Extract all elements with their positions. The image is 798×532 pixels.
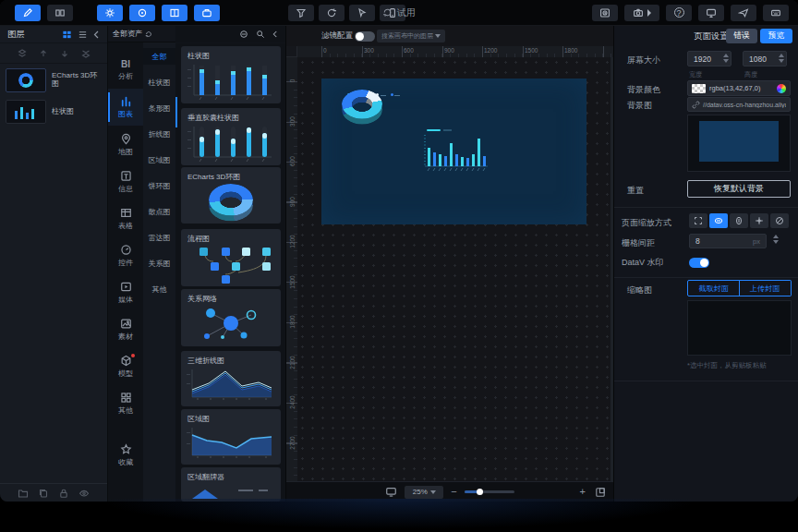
category-controls[interactable]: 控件	[108, 238, 143, 273]
help-button[interactable]: ?	[666, 5, 692, 21]
publish-button[interactable]	[129, 5, 155, 21]
folder-icon[interactable]	[18, 488, 29, 499]
category-models[interactable]: 模型	[108, 349, 143, 384]
sync-assets-icon[interactable]	[145, 30, 152, 38]
width-decrement[interactable]	[723, 59, 729, 63]
category-charts[interactable]: 图表	[108, 89, 143, 126]
subcategory-area[interactable]: 区域图	[143, 151, 175, 168]
subcategory-all[interactable]: 全部	[143, 48, 175, 65]
scale-mode-uniform-button[interactable]	[750, 213, 768, 228]
category-materials[interactable]: 素材	[108, 312, 143, 347]
screen-adapt-icon[interactable]	[385, 486, 397, 498]
collapse-left-icon[interactable]	[93, 30, 100, 39]
zoom-level-dropdown[interactable]: 25%	[405, 486, 443, 499]
layer-item-echarts-3d-ring[interactable]: ECharts 3D环图	[0, 65, 108, 96]
move-down-icon[interactable]	[59, 48, 70, 59]
history-button[interactable]	[592, 5, 618, 21]
edit-mode-button[interactable]	[15, 5, 41, 21]
move-bottom-icon[interactable]	[80, 48, 91, 59]
lock-icon[interactable]	[58, 488, 69, 499]
component-card-area-flipper[interactable]: 区域翻牌器	[181, 467, 281, 502]
pointer-settings-button[interactable]	[349, 5, 375, 21]
move-top-icon[interactable]	[17, 48, 28, 59]
capture-cover-button[interactable]: 截取封面	[687, 280, 740, 296]
category-media[interactable]: 媒体	[108, 275, 143, 310]
move-up-icon[interactable]	[38, 48, 49, 59]
snapshot-button[interactable]	[624, 5, 659, 21]
screen-height-field[interactable]	[743, 51, 787, 66]
dashboard-bar-chart[interactable]	[421, 129, 491, 172]
category-tables[interactable]: 表格	[108, 201, 143, 236]
category-maps[interactable]: 地图	[108, 127, 143, 163]
refresh-button[interactable]	[319, 5, 345, 21]
subcategory-pie[interactable]: 饼环图	[143, 177, 175, 194]
component-card-3d-line[interactable]: 三维折线图	[181, 351, 281, 406]
preview-button[interactable]: 预览	[760, 29, 792, 43]
dashboard-artboard[interactable]	[321, 79, 586, 224]
component-card-flow-chart[interactable]: 流程图	[181, 229, 281, 286]
scale-mode-none-button[interactable]	[770, 213, 789, 228]
scale-mode-fit-height-button[interactable]	[730, 213, 748, 228]
category-bi-analysis[interactable]: BI 分析	[108, 52, 143, 89]
color-swatch[interactable]	[692, 84, 706, 93]
error-button[interactable]: 错误	[726, 29, 757, 43]
subcategory-relation[interactable]: 关系图	[143, 255, 175, 272]
filter-toggle[interactable]	[355, 31, 375, 42]
restore-default-bg-button[interactable]: 恢复默认背景	[687, 180, 791, 198]
filter-button[interactable]	[288, 5, 314, 21]
subcategory-line[interactable]: 折线图	[143, 126, 175, 142]
bg-image-field[interactable]: //datav.oss-cn-hangzhou.aliyu	[687, 97, 791, 112]
layout-flip-button[interactable]	[47, 5, 73, 21]
keyboard-button[interactable]	[763, 5, 789, 21]
category-label: 控件	[118, 258, 133, 268]
copy-icon[interactable]	[38, 488, 49, 499]
list-view-icon[interactable]	[78, 30, 88, 40]
search-icon[interactable]	[256, 30, 265, 39]
fit-screen-icon[interactable]	[595, 487, 606, 498]
screen-width-field[interactable]	[687, 51, 732, 66]
component-card-area-chart[interactable]: 区域图	[181, 409, 281, 465]
upload-cover-button[interactable]: 上传封面	[739, 280, 792, 296]
component-card-bar-chart[interactable]: 柱状图	[181, 46, 281, 103]
subcategory-other[interactable]: 其他	[143, 281, 175, 297]
components-panel-button[interactable]	[97, 5, 123, 21]
scale-mode-fit-width-button[interactable]	[709, 213, 728, 228]
component-card-relation-network[interactable]: 关系网络	[181, 289, 281, 346]
assets-header[interactable]: 全部资产	[108, 26, 175, 42]
canvas-viewport[interactable]	[297, 57, 613, 481]
grid-view-icon[interactable]	[62, 30, 72, 40]
height-increment[interactable]	[779, 54, 784, 57]
width-increment[interactable]	[723, 54, 729, 57]
zoom-slider-handle[interactable]	[477, 489, 483, 495]
monitor-button[interactable]	[698, 5, 724, 21]
share-button[interactable]	[731, 5, 756, 21]
layer-item-bar-chart[interactable]: 柱状图	[0, 96, 108, 127]
grid-decrement[interactable]	[773, 240, 779, 244]
refresh-components-icon[interactable]	[239, 30, 248, 39]
color-wheel-icon[interactable]	[777, 84, 786, 93]
component-card-echarts-3d-ring[interactable]: ECharts 3D环图	[181, 167, 281, 224]
watermark-toggle[interactable]	[689, 258, 709, 268]
zoom-out-button[interactable]: −	[451, 487, 456, 497]
toolbox-button[interactable]	[194, 5, 220, 21]
eye-icon[interactable]	[79, 488, 90, 499]
category-others[interactable]: 其他	[108, 386, 143, 421]
category-info[interactable]: 信息	[108, 164, 143, 200]
bg-color-field[interactable]: rgba(13,42,67,0)	[687, 80, 791, 96]
grid-increment[interactable]	[773, 235, 779, 238]
collapse-components-icon[interactable]	[272, 30, 278, 38]
component-card-capsule-bar[interactable]: 垂直胶囊柱状图	[181, 108, 281, 165]
grid-spacing-field[interactable]: 8 px	[689, 234, 767, 248]
layer-search-dropdown[interactable]: 搜索画布中的图层	[377, 30, 445, 42]
scale-mode-fullscreen-button[interactable]	[689, 213, 707, 228]
layer-panel-toggle-button[interactable]	[162, 5, 187, 21]
zoom-in-button[interactable]: +	[580, 487, 586, 497]
subcategory-radar[interactable]: 雷达图	[143, 229, 175, 246]
dashboard-donut-chart[interactable]	[342, 90, 382, 127]
subcategory-bar[interactable]: 柱状图	[143, 74, 175, 91]
zoom-slider[interactable]	[465, 490, 514, 493]
subcategory-hbar[interactable]: 条形图	[143, 100, 175, 116]
height-decrement[interactable]	[779, 59, 784, 63]
subcategory-scatter[interactable]: 散点图	[143, 203, 175, 220]
category-favorites[interactable]: 收藏	[108, 438, 143, 473]
